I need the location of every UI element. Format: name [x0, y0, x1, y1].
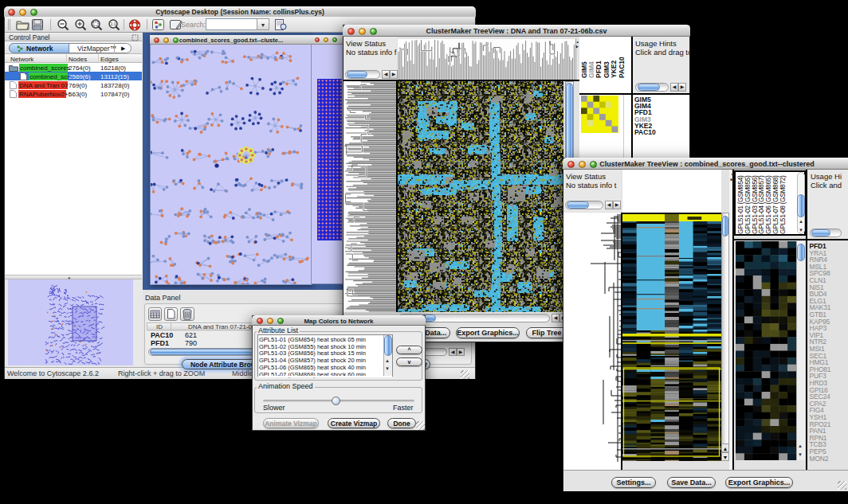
svg-text:1:1: 1:1 [111, 21, 116, 26]
